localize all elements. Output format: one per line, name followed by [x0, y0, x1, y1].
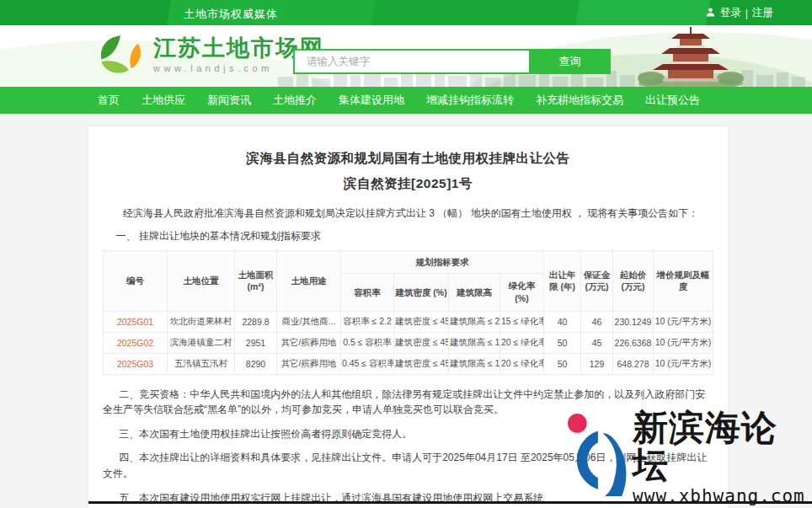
parcel-start-price: 226.6368 [613, 332, 654, 353]
parcel-deposit: 46 [581, 311, 613, 332]
parcel-far: 容积率 ≤ 2.2 [341, 311, 394, 332]
col-header-id: 编号 [104, 250, 168, 311]
site-logo-icon [96, 34, 145, 76]
parcel-greening: 20 ≤ 绿化率 [500, 353, 544, 374]
announcement-doc-number: 滨自然资挂[2025]1号 [103, 175, 713, 193]
col-group-planning: 规划指标要求 [341, 250, 544, 273]
parcel-term: 40 [544, 311, 581, 332]
parcel-density: 建筑密度 ≤ 45 [394, 353, 449, 374]
parcel-id-link[interactable]: 2025G01 [104, 311, 168, 332]
section-one-heading: 一、 挂牌出让地块的基本情况和规划指标要求 [103, 229, 713, 243]
parcel-id-link[interactable]: 2025G03 [104, 353, 168, 374]
land-parcel-table: 编号 土地位置 土地面积 (m²) 土地用途 规划指标要求 出让年限 (年) 保… [103, 250, 713, 375]
parcel-greening: 15 ≤ 绿化率 [500, 311, 544, 332]
nav-item[interactable]: 新闻资讯 [207, 93, 251, 108]
col-header-density: 建筑密度 (%) [394, 273, 449, 311]
nav-item[interactable]: 土地推介 [273, 93, 317, 108]
watermark-site-name: 新滨海论坛 [633, 409, 812, 484]
nav-item[interactable]: 补充耕地指标交易 [536, 93, 623, 108]
parcel-use: 其它/殡葬用地 [277, 332, 341, 353]
parcel-location: 坎北街道果林村 [168, 311, 235, 332]
nav-item[interactable]: 土地供应 [142, 93, 185, 108]
parcel-id-link[interactable]: 2025G02 [104, 332, 168, 353]
col-header-location: 土地位置 [168, 250, 235, 311]
table-row: 2025G02 滨海港镇童二村 2951 其它/殡葬用地 0.5 ≤ 容积率 建… [104, 332, 713, 353]
watermark-site-url: www.xbhwang.com [633, 486, 812, 506]
col-header-greening: 绿化率 (%) [500, 273, 544, 311]
parcel-far: 0.45 ≤ 容积率 [341, 353, 394, 374]
parcel-location: 五汛镇五汛村 [168, 353, 235, 374]
announcement-intro: 经滨海县人民政府批准滨海县自然资源和规划局决定以挂牌方式出让 3 （幅） 地块的… [103, 206, 713, 222]
parcel-deposit: 45 [581, 332, 613, 353]
pagoda-illustration [628, 26, 754, 87]
nav-item[interactable]: 集体建设用地 [339, 93, 404, 108]
parcel-use: 商业/其他商... [277, 311, 341, 332]
nav-item[interactable]: 增减挂钩指标流转 [426, 93, 514, 108]
auth-separator: | [745, 8, 748, 19]
search-button[interactable]: 查询 [529, 49, 611, 74]
col-header-height-limit: 建筑限高 [449, 273, 500, 311]
table-row: 2025G01 坎北街道果林村 2289.8 商业/其他商... 容积率 ≤ 2… [104, 311, 713, 332]
parcel-use: 其它/殡葬用地 [277, 353, 341, 374]
parcel-area: 2951 [235, 332, 277, 353]
parcel-height-limit: 建筑限高 ≤ 24 [449, 311, 500, 332]
main-nav: 首页土地供应新闻资讯土地推介集体建设用地增减挂钩指标流转补充耕地指标交易出让预公… [0, 87, 812, 114]
parcel-far: 0.5 ≤ 容积率 [341, 332, 394, 353]
parcel-start-price: 648.278 [613, 353, 654, 374]
parcel-greening: 20 ≤ 绿化率 [500, 332, 544, 353]
login-link[interactable]: 登录 [720, 6, 741, 20]
parcel-deposit: 129 [581, 353, 613, 374]
parcel-term: 50 [544, 332, 581, 353]
parcel-increment: 10 (元/平方米) [654, 353, 713, 374]
nav-item[interactable]: 出让预公告 [645, 93, 700, 108]
parcel-height-limit: 建筑限高 ≤ 18 [449, 353, 500, 374]
parcel-increment: 10 (元/平方米) [654, 311, 713, 332]
parcel-increment: 10 (元/平方米) [654, 332, 713, 353]
col-header-increment: 增价规则及幅度 [654, 250, 713, 311]
parcel-area: 8290 [235, 353, 277, 374]
auth-links: 登录 | 注册 [705, 6, 773, 20]
parcel-density: 建筑密度 ≤ 45 [394, 332, 449, 353]
header-banner: 江苏土地市场网 www.landjs.com 查询 [0, 25, 812, 87]
parcel-location: 滨海港镇童二村 [168, 332, 235, 353]
topbar: 土地市场权威媒体 登录 | 注册 [0, 0, 812, 25]
table-row: 2025G03 五汛镇五汛村 8290 其它/殡葬用地 0.45 ≤ 容积率 建… [104, 353, 713, 374]
col-header-use: 土地用途 [277, 250, 341, 311]
user-icon [705, 7, 716, 20]
col-header-far: 容积率 [341, 273, 394, 311]
forum-logo-icon [554, 409, 631, 497]
search-input[interactable] [293, 49, 529, 74]
parcel-term: 50 [544, 353, 581, 374]
col-header-start-price: 起始价 (万元) [613, 250, 654, 311]
col-header-term: 出让年限 (年) [544, 250, 581, 311]
topbar-slogan: 土地市场权威媒体 [184, 7, 278, 22]
forum-watermark: 新滨海论坛 www.xbhwang.com [554, 409, 812, 506]
site-logo[interactable]: 江苏土地市场网 www.landjs.com [96, 34, 324, 76]
parcel-density: 建筑密度 ≤ 45 [394, 311, 449, 332]
search-bar: 查询 [293, 49, 611, 74]
col-header-area: 土地面积 (m²) [235, 250, 277, 311]
parcel-height-limit: 建筑限高 ≤ 18 [449, 332, 500, 353]
announcement-title: 滨海县自然资源和规划局国有土地使用权挂牌出让公告 [103, 150, 713, 168]
col-header-deposit: 保证金 (万元) [581, 250, 613, 311]
register-link[interactable]: 注册 [752, 6, 773, 20]
parcel-start-price: 230.1249 [613, 311, 654, 332]
page: 土地市场权威媒体 登录 | 注册 [0, 0, 812, 508]
parcel-area: 2289.8 [235, 311, 277, 332]
nav-item[interactable]: 首页 [98, 93, 120, 108]
watermark-text-block: 新滨海论坛 www.xbhwang.com [633, 409, 812, 506]
